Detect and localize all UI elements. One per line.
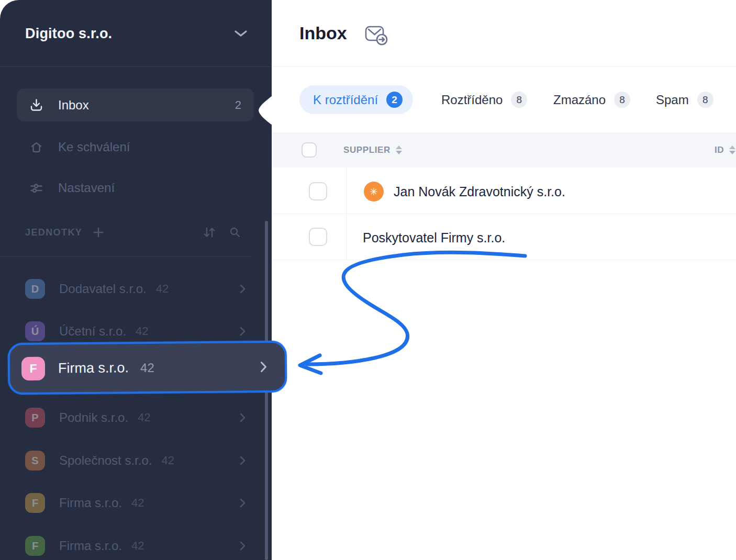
row-divider — [272, 214, 736, 214]
unit-count: 42 — [131, 539, 144, 553]
column-label: SUPPLIER — [343, 145, 391, 155]
unit-count: 42 — [136, 324, 148, 338]
home-icon — [29, 140, 43, 154]
tab-label: Spam — [656, 93, 689, 107]
sidebar-unit-firma-2[interactable]: F Firma s.r.o. 42 — [17, 487, 254, 519]
sidebar-item-nastaveni[interactable]: Nastavení — [17, 172, 254, 204]
sidebar-unit-firma-highlighted[interactable]: F Firma s.r.o. 42 — [8, 341, 287, 395]
add-unit-icon[interactable] — [93, 227, 104, 238]
column-label: ID — [715, 145, 724, 155]
unit-avatar: D — [25, 279, 45, 299]
org-switcher[interactable]: Digitoo s.r.o. — [25, 24, 247, 43]
tab-count-badge: 8 — [511, 92, 527, 108]
inbox-download-icon — [29, 98, 43, 112]
sort-units-icon[interactable] — [203, 227, 216, 238]
search-units-icon[interactable] — [229, 227, 241, 238]
units-section-header: JEDNOTKY — [25, 224, 241, 241]
chevron-right-icon — [240, 284, 246, 294]
unit-avatar: Ú — [25, 321, 45, 341]
inbox-count-badge: 2 — [235, 98, 241, 112]
unit-name: Podnik s.r.o. — [59, 410, 128, 425]
mail-forward-icon[interactable] — [364, 24, 389, 47]
chevron-right-icon — [240, 413, 246, 422]
column-header-id[interactable]: ID — [715, 132, 735, 167]
row-checkbox[interactable] — [309, 228, 327, 246]
chevron-down-icon — [235, 30, 247, 37]
table-header: SUPPLIER ID — [272, 132, 736, 167]
sidebar: Digitoo s.r.o. Inbox 2 — [0, 0, 272, 560]
sidebar-unit-firma-3[interactable]: F Firma s.r.o. 42 — [17, 530, 254, 560]
sidebar-item-inbox[interactable]: Inbox 2 — [17, 88, 254, 121]
tab-count-badge: 2 — [386, 92, 403, 108]
sliders-icon — [29, 181, 43, 195]
units-divider — [0, 256, 252, 257]
tab-label: K roztřídění — [313, 93, 378, 107]
sidebar-unit-spolecnost[interactable]: S Společnost s.r.o. 42 — [17, 444, 254, 477]
sidebar-item-label: Ke schválení — [58, 140, 130, 154]
header-divider — [272, 66, 736, 67]
unit-avatar: S — [25, 451, 45, 471]
tab-roztrideno[interactable]: Roztříděno 8 — [441, 85, 527, 114]
unit-avatar: F — [25, 493, 45, 513]
page-title: Inbox — [299, 23, 347, 43]
sidebar-item-ke-schvaleni[interactable]: Ke schválení — [17, 131, 254, 163]
supplier-name[interactable]: Poskytovatel Firmy s.r.o. — [363, 230, 505, 245]
unit-count: 42 — [131, 496, 144, 510]
sort-arrows-icon — [729, 145, 735, 154]
supplier-name[interactable]: Jan Novák Zdravotnický s.r.o. — [394, 184, 565, 199]
tab-count-badge: 8 — [697, 92, 713, 108]
sort-arrows-icon — [396, 145, 402, 154]
sidebar-divider — [0, 66, 272, 67]
row-checkbox[interactable] — [309, 182, 327, 200]
unit-avatar: F — [21, 357, 45, 380]
sidebar-item-label: Nastavení — [58, 181, 115, 195]
sidebar-unit-dodavatel[interactable]: D Dodavatel s.r.o. 42 — [17, 273, 254, 305]
app-window: Digitoo s.r.o. Inbox 2 — [0, 0, 736, 560]
sidebar-content-notch — [257, 95, 272, 126]
unit-count: 42 — [138, 411, 150, 424]
column-header-supplier[interactable]: SUPPLIER — [343, 132, 402, 167]
unit-name: Firma s.r.o. — [59, 539, 122, 553]
sidebar-item-label: Inbox — [58, 98, 89, 113]
tab-spam[interactable]: Spam 8 — [656, 85, 713, 114]
tab-zmazano[interactable]: Zmazáno 8 — [553, 85, 630, 114]
chevron-right-icon — [240, 541, 246, 551]
unit-name: Účetní s.r.o. — [59, 324, 126, 339]
unit-avatar: F — [25, 536, 45, 556]
tab-k-roztrideni[interactable]: K roztřídění 2 — [299, 85, 413, 114]
chevron-right-icon — [240, 327, 246, 336]
unit-name: Společnost s.r.o. — [59, 453, 152, 468]
supplier-avatar-asterisk-icon: ✳ — [364, 182, 384, 201]
tab-label: Zmazáno — [553, 93, 606, 107]
row-divider — [272, 260, 736, 260]
chevron-right-icon — [240, 456, 246, 465]
chevron-right-icon — [260, 361, 267, 373]
unit-name: Firma s.r.o. — [59, 496, 122, 510]
unit-count: 42 — [156, 282, 169, 296]
unit-avatar: P — [25, 408, 45, 428]
unit-name: Dodavatel s.r.o. — [59, 282, 147, 296]
tab-count-badge: 8 — [614, 92, 630, 108]
select-all-checkbox[interactable] — [302, 142, 317, 158]
unit-count: 42 — [140, 360, 154, 375]
chevron-right-icon — [240, 498, 246, 508]
units-section-label: JEDNOTKY — [25, 227, 82, 238]
unit-count: 42 — [161, 454, 174, 467]
sidebar-unit-podnik[interactable]: P Podnik s.r.o. 42 — [17, 401, 254, 434]
org-name: Digitoo s.r.o. — [25, 26, 112, 42]
tab-label: Roztříděno — [441, 93, 503, 107]
unit-name: Firma s.r.o. — [58, 360, 129, 376]
